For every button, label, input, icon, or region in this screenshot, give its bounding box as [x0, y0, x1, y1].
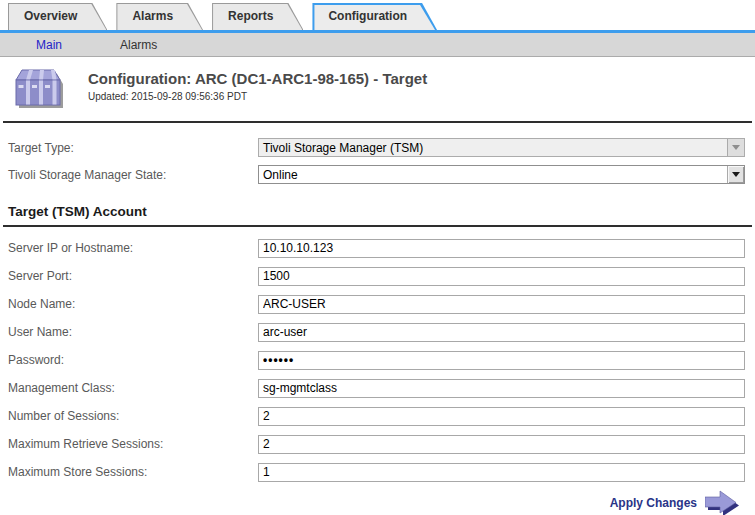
dropdown-arrow-button — [727, 139, 744, 156]
apply-changes-row: Apply Changes — [0, 490, 741, 515]
section-divider — [3, 225, 752, 227]
field-label: Password: — [0, 353, 258, 367]
node-name-input[interactable] — [258, 295, 745, 314]
page-title: Configuration: ARC (DC1-ARC1-98-165) - T… — [88, 70, 427, 87]
max-store-sessions-input[interactable] — [258, 463, 745, 482]
field-label: Server Port: — [0, 269, 258, 283]
tab-alarms[interactable]: Alarms — [116, 3, 203, 30]
tab-overview[interactable]: Overview — [8, 3, 107, 30]
tsm-state-select[interactable]: Online — [258, 165, 745, 184]
field-control — [258, 238, 745, 258]
sub-nav-bar: Main Alarms — [0, 33, 755, 57]
form-row-number-of-sessions: Number of Sessions: — [0, 402, 755, 430]
number-of-sessions-input[interactable] — [258, 407, 745, 426]
tsm-account-fields: Server IP or Hostname: Server Port: Node… — [0, 234, 755, 486]
field-label: Maximum Store Sessions: — [0, 465, 258, 479]
field-control — [258, 294, 745, 314]
server-ip-input[interactable] — [258, 239, 745, 258]
field-control: Tivoli Storage Manager (TSM) — [258, 138, 745, 157]
tab-reports[interactable]: Reports — [212, 3, 303, 30]
tsm-state-value: Online — [259, 166, 727, 183]
field-control — [258, 462, 745, 482]
form-row-management-class: Management Class: — [0, 374, 755, 402]
server-port-input[interactable] — [258, 267, 745, 286]
field-label: User Name: — [0, 325, 258, 339]
field-control — [258, 406, 745, 426]
tab-label: Reports — [212, 3, 303, 23]
password-input[interactable] — [258, 351, 745, 370]
max-retrieve-sessions-input[interactable] — [258, 435, 745, 454]
form-row-max-retrieve-sessions: Maximum Retrieve Sessions: — [0, 430, 755, 458]
field-control — [258, 378, 745, 398]
apply-changes-arrow-icon[interactable] — [705, 490, 741, 515]
form-row-password: Password: — [0, 346, 755, 374]
field-label: Management Class: — [0, 381, 258, 395]
field-label: Node Name: — [0, 297, 258, 311]
tab-label: Overview — [8, 3, 107, 23]
field-control — [258, 266, 745, 286]
page-header: Configuration: ARC (DC1-ARC1-98-165) - T… — [0, 57, 755, 112]
form-row-tsm-state: Tivoli Storage Manager State: Online — [0, 161, 755, 188]
form-row-node-name: Node Name: — [0, 290, 755, 318]
target-type-value: Tivoli Storage Manager (TSM) — [259, 139, 727, 156]
chevron-down-icon — [732, 172, 740, 177]
header-text: Configuration: ARC (DC1-ARC1-98-165) - T… — [88, 64, 427, 102]
field-label: Number of Sessions: — [0, 409, 258, 423]
chevron-down-icon — [732, 145, 740, 150]
user-name-input[interactable] — [258, 323, 745, 342]
field-label: Target Type: — [0, 141, 258, 155]
field-control — [258, 434, 745, 454]
form-row-server-ip: Server IP or Hostname: — [0, 234, 755, 262]
form-row-user-name: User Name: — [0, 318, 755, 346]
field-label: Tivoli Storage Manager State: — [0, 168, 258, 182]
field-label: Maximum Retrieve Sessions: — [0, 437, 258, 451]
tab-label: Alarms — [116, 3, 203, 23]
header-divider — [3, 121, 752, 123]
target-settings: Target Type: Tivoli Storage Manager (TSM… — [0, 134, 755, 188]
tab-bar: Overview Alarms Reports Configuration — [0, 0, 755, 33]
form-row-target-type: Target Type: Tivoli Storage Manager (TSM… — [0, 134, 755, 161]
archive-node-icon — [10, 64, 66, 112]
updated-timestamp: Updated: 2015-09-28 09:56:36 PDT — [88, 91, 427, 102]
management-class-input[interactable] — [258, 379, 745, 398]
field-label: Server IP or Hostname: — [0, 241, 258, 255]
dropdown-arrow-button[interactable] — [727, 166, 744, 183]
form-row-max-store-sessions: Maximum Store Sessions: — [0, 458, 755, 486]
subnav-item-alarms[interactable]: Alarms — [120, 38, 157, 52]
field-control: Online — [258, 165, 745, 184]
tab-label: Configuration — [312, 3, 437, 23]
field-control — [258, 322, 745, 342]
tab-configuration[interactable]: Configuration — [312, 3, 437, 30]
subnav-item-main[interactable]: Main — [36, 38, 62, 52]
apply-changes-button[interactable]: Apply Changes — [610, 496, 697, 510]
form-row-server-port: Server Port: — [0, 262, 755, 290]
field-control — [258, 350, 745, 370]
target-type-select: Tivoli Storage Manager (TSM) — [258, 138, 745, 157]
section-title-target-tsm-account: Target (TSM) Account — [0, 204, 755, 219]
